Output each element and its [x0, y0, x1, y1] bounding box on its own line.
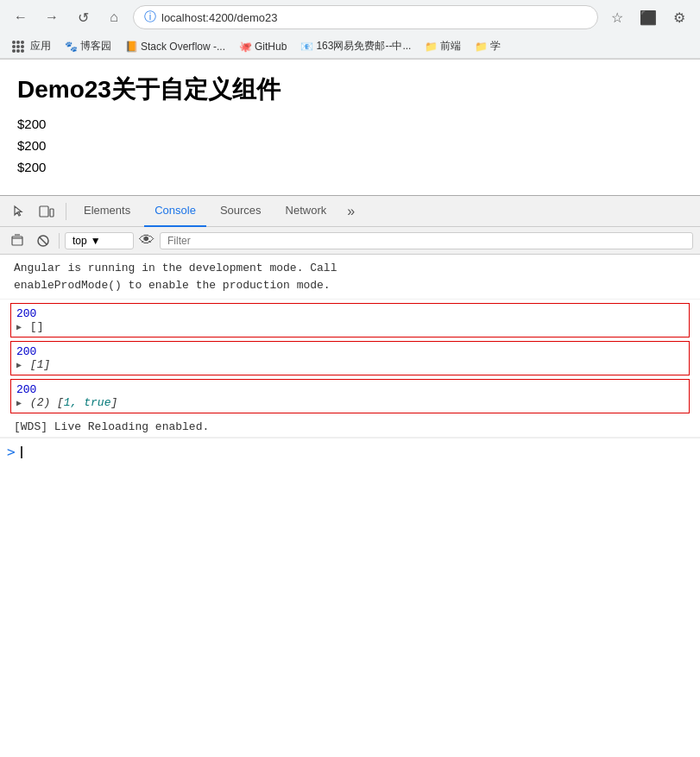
price-2: $200 [17, 138, 683, 153]
expand-arrow-1[interactable]: ▶ [16, 323, 22, 332]
devtools-tab-bar: Elements Console Sources Network » [0, 196, 700, 227]
console-output: Angular is running in the development mo… [0, 255, 700, 465]
filter-input[interactable] [160, 232, 693, 249]
menu-button[interactable]: ⚙ [667, 5, 691, 29]
svg-rect-0 [40, 206, 48, 217]
svg-line-6 [40, 237, 47, 244]
console-array-2[interactable]: ▶ [1] [16, 358, 684, 371]
tab-console[interactable]: Console [144, 196, 206, 227]
tab-elements[interactable]: Elements [73, 196, 141, 227]
clear-icon [10, 234, 24, 248]
context-dropdown-icon: ▼ [91, 235, 101, 247]
console-group-1: 200 ▶ [] [10, 303, 690, 337]
context-value: top [73, 235, 87, 247]
console-value-2: 200 [16, 345, 684, 358]
page-title: Demo23关于自定义组件 [17, 73, 683, 106]
console-toolbar-divider [59, 233, 60, 249]
github-icon: 🐙 [239, 41, 252, 53]
block-button[interactable] [33, 230, 54, 251]
info-line1: Angular is running in the development mo… [14, 262, 337, 274]
frontend-bookmark[interactable]: 📁 前端 [419, 37, 466, 55]
device-toolbar-button[interactable] [35, 199, 59, 224]
block-icon [36, 234, 50, 248]
cast-button[interactable]: ⬛ [636, 5, 660, 29]
tab-network[interactable]: Network [275, 196, 337, 227]
clear-console-button[interactable] [7, 230, 28, 251]
frontend-label: 前端 [440, 39, 461, 54]
console-value-1: 200 [16, 307, 684, 320]
expand-arrow-3[interactable]: ▶ [16, 399, 22, 408]
angular-info-message: Angular is running in the development mo… [0, 255, 700, 300]
bokeyuan-bookmark[interactable]: 🐾 博客园 [60, 37, 117, 55]
wds-message: [WDS] Live Reloading enabled. [0, 417, 700, 438]
console-group-3: 200 ▶ (2) [1, true] [10, 379, 690, 413]
price-3: $200 [17, 160, 683, 174]
xue-bookmark[interactable]: 📁 学 [470, 37, 506, 55]
apps-grid-icon [12, 41, 24, 53]
page-content: Demo23关于自定义组件 $200 $200 $200 [0, 60, 700, 195]
devtools-panel: Elements Console Sources Network » top ▼… [0, 195, 700, 465]
apps-label: 应用 [30, 39, 51, 54]
frontend-folder-icon: 📁 [425, 41, 438, 53]
price-1: $200 [17, 117, 683, 131]
home-button[interactable]: ⌂ [102, 5, 126, 29]
console-value-3: 200 [16, 383, 684, 396]
163mail-label: 163网易免费邮--中... [316, 39, 411, 54]
bokeyuan-icon: 🐾 [65, 41, 78, 53]
more-tabs-button[interactable]: » [344, 200, 358, 223]
eye-icon[interactable]: 👁 [139, 231, 155, 249]
console-cursor[interactable] [21, 446, 22, 458]
163mail-icon: 📧 [300, 41, 313, 53]
console-prompt: > [7, 444, 16, 460]
163mail-bookmark[interactable]: 📧 163网易免费邮--中... [295, 37, 416, 55]
expand-arrow-2[interactable]: ▶ [16, 361, 22, 370]
stackoverflow-bookmark[interactable]: 📙 Stack Overflow -... [120, 39, 230, 54]
inspect-element-button[interactable] [7, 199, 31, 224]
github-label: GitHub [255, 41, 287, 53]
svg-rect-1 [50, 209, 54, 217]
array-label-3: (2) [1, true] [30, 396, 117, 409]
xue-label: 学 [490, 39, 501, 54]
address-bar[interactable]: ⓘ localhost:4200/demo23 [133, 5, 598, 29]
stackoverflow-icon: 📙 [125, 41, 138, 53]
device-icon [39, 205, 54, 218]
console-group-2: 200 ▶ [1] [10, 341, 690, 375]
apps-bookmark[interactable]: 应用 [7, 37, 56, 55]
nav-bar: ← → ↺ ⌂ ⓘ localhost:4200/demo23 ☆ ⬛ ⚙ [0, 0, 700, 35]
console-toolbar: top ▼ 👁 [0, 227, 700, 255]
forward-button[interactable]: → [40, 5, 64, 29]
info-line2: enableProdMode() to enable the productio… [14, 279, 331, 292]
console-input-line: > [0, 438, 700, 465]
array-label-1: [] [30, 320, 44, 333]
console-array-3[interactable]: ▶ (2) [1, true] [16, 396, 684, 409]
star-button[interactable]: ☆ [605, 5, 629, 29]
reload-button[interactable]: ↺ [71, 5, 95, 29]
xue-folder-icon: 📁 [475, 41, 488, 53]
lock-icon: ⓘ [144, 9, 156, 25]
stackoverflow-label: Stack Overflow -... [141, 41, 225, 53]
back-button[interactable]: ← [9, 5, 33, 29]
url-text: localhost:4200/demo23 [161, 11, 587, 24]
context-selector[interactable]: top ▼ [65, 232, 134, 249]
cursor-icon [12, 205, 26, 218]
tab-sources[interactable]: Sources [210, 196, 272, 227]
bokeyuan-label: 博客园 [80, 39, 111, 54]
github-bookmark[interactable]: 🐙 GitHub [234, 39, 292, 54]
toolbar-divider [66, 203, 66, 220]
bookmarks-bar: 应用 🐾 博客园 📙 Stack Overflow -... 🐙 GitHub … [0, 35, 700, 59]
console-array-1[interactable]: ▶ [] [16, 320, 684, 333]
browser-chrome: ← → ↺ ⌂ ⓘ localhost:4200/demo23 ☆ ⬛ ⚙ 应用… [0, 0, 700, 60]
array-content-3: 1, true [64, 396, 111, 409]
array-label-2: [1] [30, 358, 50, 371]
